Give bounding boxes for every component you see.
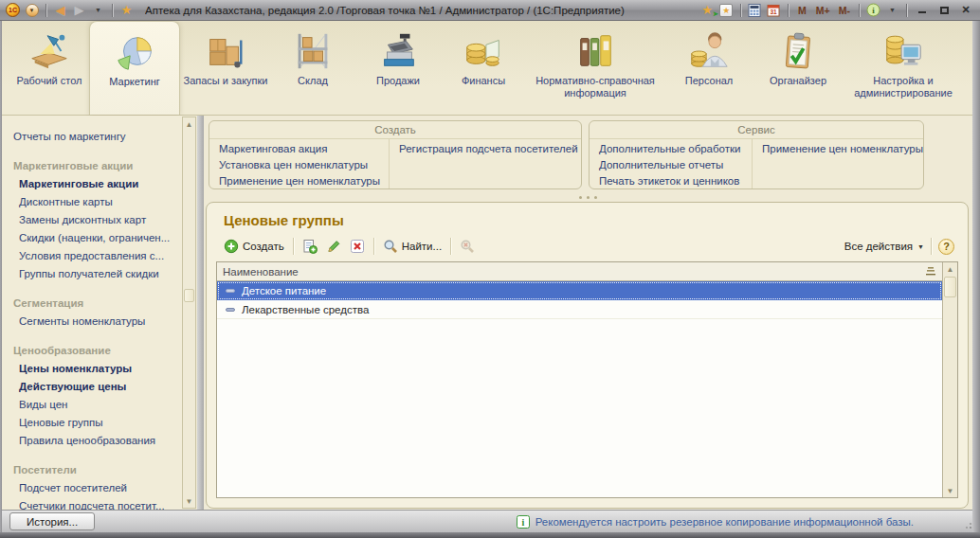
tab-personnel[interactable]: Персонал <box>665 21 753 115</box>
tab-organizer[interactable]: Органайзер <box>753 21 844 115</box>
column-header-name[interactable]: Наименование <box>217 262 942 281</box>
table-body: Детское питание Лекарственные средства <box>217 281 942 497</box>
tab-administration[interactable]: Настройка и администрирование <box>844 21 963 115</box>
history-button[interactable]: История... <box>9 512 95 530</box>
tab-sales[interactable]: Продажи <box>354 21 442 115</box>
sidebar-item-price-groups[interactable]: Ценовые группы <box>13 414 182 432</box>
backup-recommendation-message[interactable]: i Рекомендуется настроить резервное копи… <box>517 515 914 529</box>
sidebar-item-price-types[interactable]: Виды цен <box>13 396 182 414</box>
sidebar-item-discount-cards[interactable]: Дисконтные карты <box>13 193 182 211</box>
back-button[interactable]: ◀ <box>52 2 68 19</box>
scroll-down-icon[interactable]: ▼ <box>183 494 195 508</box>
scroll-up-icon[interactable]: ▲ <box>183 117 195 131</box>
tab-label: Запасы и закупки <box>183 75 267 87</box>
price-groups-table: Наименование Детское питание Лекарственн… <box>216 261 958 498</box>
sidebar-item-visitor-count[interactable]: Подсчет посетителей <box>13 479 182 497</box>
command-set-nomenclature-prices[interactable]: Установка цен номенклатуры <box>219 157 389 173</box>
divider <box>859 4 860 17</box>
history-dropdown-icon[interactable]: ▼ <box>90 2 106 19</box>
clipboard-icon <box>776 29 820 73</box>
memory-store-button[interactable]: M <box>794 2 810 19</box>
calculator-icon[interactable] <box>747 2 763 19</box>
navigation-sidebar: Отчеты по маркетингу Маркетинговые акции… <box>2 116 182 510</box>
command-additional-reports[interactable]: Дополнительные отчеты <box>599 157 752 173</box>
svg-text:i: i <box>521 516 524 527</box>
delete-x-icon <box>350 239 365 254</box>
window-border-bottom <box>0 532 980 538</box>
person-icon <box>687 29 731 73</box>
binders-icon <box>573 29 617 73</box>
sidebar-item-effective-prices[interactable]: Действующие цены <box>13 378 182 396</box>
cancel-search-button[interactable] <box>458 237 477 256</box>
sidebar-splitter[interactable] <box>197 116 204 510</box>
command-print-labels[interactable]: Печать этикеток и ценников <box>599 173 752 189</box>
divider <box>788 4 789 17</box>
table-scrollbar[interactable]: ▲ ▼ <box>942 262 957 497</box>
tab-desktop[interactable]: Рабочий стол <box>9 21 89 115</box>
command-additional-processing[interactable]: Дополнительные обработки <box>599 141 752 157</box>
tab-label: Настройка и администрирование <box>844 75 963 99</box>
table-row[interactable]: Лекарственные средства <box>217 300 942 319</box>
window-border-right[interactable] <box>972 21 980 532</box>
tab-label: Маркетинг <box>109 76 159 88</box>
price-groups-form: Ценовые группы Создать <box>206 202 969 509</box>
scroll-up-icon[interactable]: ▲ <box>943 262 957 276</box>
find-button[interactable]: Найти... <box>381 237 444 256</box>
shelf-icon <box>291 29 335 73</box>
sidebar-item-marketing-actions[interactable]: Маркетинговые акции <box>13 175 182 193</box>
sidebar-item-card-replacements[interactable]: Замены дисконтных карт <box>13 211 182 229</box>
tab-finance[interactable]: Финансы <box>442 21 525 115</box>
favorites-dialog-icon[interactable]: ★ <box>718 2 735 19</box>
delete-button[interactable] <box>348 237 367 256</box>
sidebar-item-pricing-rules[interactable]: Правила ценообразования <box>13 432 182 450</box>
command-panel-splitter[interactable] <box>204 193 972 202</box>
tab-warehouse[interactable]: Склад <box>271 21 354 115</box>
main-menu-button[interactable]: ▼ <box>24 2 40 19</box>
sidebar-item-discount-recipient-groups[interactable]: Группы получателей скидки <box>13 265 182 283</box>
form-title: Ценовые группы <box>224 212 956 228</box>
close-button[interactable]: ✕ <box>956 2 975 19</box>
sidebar-scrollbar[interactable]: ▲ ▼ <box>182 117 196 509</box>
tab-marketing[interactable]: Маркетинг <box>89 21 180 115</box>
sidebar-item-discounts[interactable]: Скидки (наценки, ограничен... <box>13 229 182 247</box>
pencil-icon <box>326 239 341 254</box>
scroll-down-icon[interactable]: ▼ <box>943 484 957 497</box>
tab-inventory-purchasing[interactable]: Запасы и закупки <box>180 21 271 115</box>
command-apply-nomenclature-prices[interactable]: Применение цен номенклатуры <box>219 173 389 189</box>
sidebar-item-visitor-counters[interactable]: Счетчики подсчета посетит... <box>13 497 182 510</box>
add-favorite-icon[interactable]: ★➤ <box>699 2 716 19</box>
info-button[interactable]: i <box>865 2 881 19</box>
memory-subtract-button[interactable]: M- <box>836 2 853 19</box>
command-apply-nomenclature-prices-service[interactable]: Применение цен номенклатуры <box>762 141 923 157</box>
memory-add-button[interactable]: M+ <box>813 2 833 19</box>
sidebar-item-nomenclature-segments[interactable]: Сегменты номенклатуры <box>13 313 182 331</box>
edit-button[interactable] <box>324 237 343 256</box>
all-actions-button[interactable]: Все действия ▼ <box>844 241 924 252</box>
list-item-marker-icon <box>226 307 235 313</box>
tab-master-data[interactable]: Нормативно-справочная информация <box>525 21 665 115</box>
section-tabs: Рабочий стол Маркетинг Запасы и закупки … <box>2 21 978 115</box>
maximize-button[interactable] <box>935 2 953 19</box>
all-actions-label: Все действия <box>844 241 913 252</box>
info-dropdown-icon[interactable]: ▼ <box>884 2 900 19</box>
divider <box>112 4 113 17</box>
scroll-thumb[interactable] <box>184 289 194 302</box>
help-button[interactable]: ? <box>938 239 954 255</box>
minimize-button[interactable] <box>913 2 932 19</box>
table-row[interactable]: Детское питание <box>217 281 942 300</box>
create-button[interactable]: Создать <box>222 237 286 256</box>
titlebar: 1С ▼ ◀ ▶ ▼ ★ Аптека для Казахстана, реда… <box>0 0 980 21</box>
scroll-thumb[interactable] <box>944 277 956 297</box>
command-marketing-action[interactable]: Маркетинговая акция <box>219 141 389 157</box>
list-item-marker-icon <box>226 288 235 294</box>
sidebar-item-discount-conditions[interactable]: Условия предоставления с... <box>13 247 182 265</box>
sidebar-item-marketing-reports[interactable]: Отчеты по маркетингу <box>13 128 182 146</box>
favorites-star-icon[interactable]: ★ <box>118 2 135 19</box>
coins-icon <box>462 29 505 73</box>
create-group-button[interactable] <box>300 237 319 256</box>
calendar-icon[interactable]: 31 <box>766 2 782 19</box>
forward-button[interactable]: ▶ <box>71 2 87 19</box>
section-ribbon: Рабочий стол Маркетинг Запасы и закупки … <box>2 21 978 116</box>
command-register-visitor-count[interactable]: Регистрация подсчета посетителей <box>399 141 578 157</box>
sidebar-item-nomenclature-prices[interactable]: Цены номенклатуры <box>13 360 182 378</box>
